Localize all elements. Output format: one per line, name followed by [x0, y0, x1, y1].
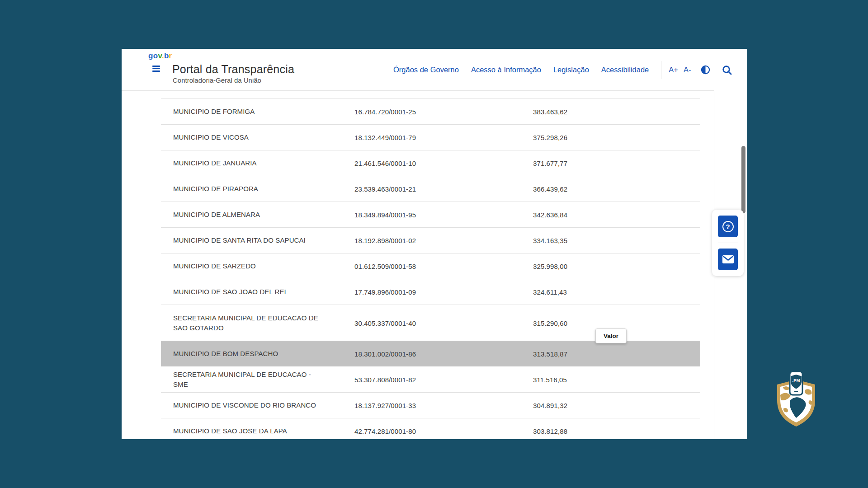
value-cell: 311.516,05 — [533, 375, 567, 383]
nav-divider — [661, 61, 661, 79]
page-title: Portal da Transparência — [172, 63, 294, 76]
table-row[interactable]: MUNICIPIO DE BOM DESPACHO18.301.002/0001… — [161, 341, 700, 366]
name-cell: SECRETARIA MUNICIPAL DE EDUCACAO DE SAO … — [173, 313, 322, 333]
table-row[interactable]: MUNICIPIO DE SAO JOSE DA LAPA42.774.281/… — [161, 418, 700, 439]
cnpj-cell: 21.461.546/0001-10 — [354, 160, 416, 167]
menu-icon[interactable] — [152, 66, 160, 72]
nav-link-1[interactable]: Órgãos de Governo — [393, 66, 459, 74]
table-row[interactable]: SECRETARIA MUNICIPAL DE EDUCACAO - SME53… — [161, 366, 700, 392]
value-cell: 383.463,62 — [533, 108, 567, 116]
value-cell: 315.290,60 — [533, 319, 567, 327]
contrast-icon[interactable] — [701, 65, 710, 75]
table-row[interactable]: MUNICIPIO DE SARZEDO01.612.509/0001-5832… — [161, 253, 700, 279]
table-row[interactable]: MUNICIPIO DE JANUARIA21.461.546/0001-103… — [161, 150, 700, 176]
govbr-logo-letter: b — [164, 52, 169, 60]
help-button[interactable]: ? — [718, 216, 738, 237]
nav-link-3[interactable]: Legislação — [553, 66, 589, 74]
name-cell: MUNICIPIO DE VISCONDE DO RIO BRANCO — [173, 400, 322, 410]
name-cell: MUNICIPIO DE SAO JOAO DEL REI — [173, 287, 322, 297]
govbr-logo[interactable]: gov.br — [148, 52, 172, 61]
value-cell: 334.163,35 — [533, 237, 567, 244]
page-header: gov.br Portal da Transparência Controlad… — [122, 49, 747, 91]
name-cell: MUNICIPIO DE VICOSA — [173, 132, 322, 142]
value-cell: 342.636,84 — [533, 211, 567, 219]
fab-divider — [718, 243, 738, 243]
cnpj-cell: 17.749.896/0001-09 — [354, 288, 416, 296]
table-row[interactable]: MUNICIPIO DE SAO JOAO DEL REI17.749.896/… — [161, 279, 700, 305]
table-row[interactable]: MUNICIPIO DE ALMENARA18.349.894/0001-953… — [161, 202, 700, 227]
floating-actions-panel: ? — [712, 210, 744, 276]
name-cell: MUNICIPIO DE SANTA RITA DO SAPUCAI — [173, 235, 322, 245]
question-mark-icon: ? — [722, 221, 734, 232]
name-cell: MUNICIPIO DE SAO JOSE DA LAPA — [173, 426, 322, 436]
govbr-logo-letter: g — [148, 52, 153, 60]
results-table: MUNICIPIO DE FORMIGA16.784.720/0001-2538… — [161, 99, 700, 439]
table-row[interactable]: MUNICIPIO DE SANTA RITA DO SAPUCAI18.192… — [161, 227, 700, 253]
table-row[interactable]: MUNICIPIO DE FORMIGA16.784.720/0001-2538… — [161, 99, 700, 124]
name-cell: MUNICIPIO DE SARZEDO — [173, 261, 322, 271]
name-cell: MUNICIPIO DE ALMENARA — [173, 210, 322, 220]
font-decrease-button[interactable]: A- — [684, 66, 691, 74]
name-cell: MUNICIPIO DE BOM DESPACHO — [173, 349, 322, 359]
govbr-logo-letter: o — [153, 52, 158, 60]
name-cell: MUNICIPIO DE FORMIGA — [173, 107, 322, 117]
govbr-logo-letter: v — [158, 52, 162, 60]
contact-button[interactable] — [718, 249, 738, 270]
page-subtitle: Controladoria-Geral da União — [173, 76, 261, 84]
cnpj-cell: 18.132.449/0001-79 — [354, 134, 416, 141]
valor-column-tooltip: Valor — [595, 328, 627, 343]
pm-shield-watermark: .PM — [775, 371, 817, 429]
cnpj-cell: 53.307.808/0001-82 — [354, 375, 416, 383]
value-cell: 304.891,32 — [533, 402, 567, 409]
portal-transparencia-page: gov.br Portal da Transparência Controlad… — [122, 49, 747, 439]
value-cell: 371.677,77 — [533, 160, 567, 167]
svg-text:.PM: .PM — [793, 378, 800, 383]
name-cell: MUNICIPIO DE JANUARIA — [173, 158, 322, 168]
cnpj-cell: 18.137.927/0001-33 — [354, 402, 416, 409]
nav-link-2[interactable]: Acesso à Informação — [471, 66, 541, 74]
cnpj-cell: 23.539.463/0001-21 — [354, 185, 416, 193]
scrollbar-thumb[interactable] — [741, 146, 745, 213]
cnpj-cell: 18.192.898/0001-02 — [354, 237, 416, 244]
font-increase-button[interactable]: A+ — [669, 66, 678, 74]
name-cell: SECRETARIA MUNICIPAL DE EDUCACAO - SME — [173, 370, 322, 389]
name-cell: MUNICIPIO DE PIRAPORA — [173, 184, 322, 194]
envelope-icon — [722, 255, 734, 264]
value-cell: 303.812,88 — [533, 427, 567, 435]
value-cell: 366.439,62 — [533, 185, 567, 193]
top-nav: Órgãos de GovernoAcesso à InformaçãoLegi… — [393, 49, 732, 91]
value-cell: 313.518,87 — [533, 350, 567, 357]
value-cell: 324.611,43 — [533, 288, 567, 296]
govbr-logo-letter: r — [169, 52, 172, 60]
value-cell: 325.998,00 — [533, 263, 567, 270]
cnpj-cell: 16.784.720/0001-25 — [354, 108, 416, 116]
table-row[interactable]: MUNICIPIO DE PIRAPORA23.539.463/0001-213… — [161, 176, 700, 202]
cnpj-cell: 18.301.002/0001-86 — [354, 350, 416, 357]
value-cell: 375.298,26 — [533, 134, 567, 141]
search-icon[interactable] — [722, 65, 732, 75]
nav-link-4[interactable]: Acessibilidade — [601, 66, 649, 74]
cnpj-cell: 42.774.281/0001-80 — [354, 427, 416, 435]
cnpj-cell: 30.405.337/0001-40 — [354, 319, 416, 327]
cnpj-cell: 18.349.894/0001-95 — [354, 211, 416, 219]
table-row[interactable]: MUNICIPIO DE VISCONDE DO RIO BRANCO18.13… — [161, 392, 700, 418]
table-row[interactable]: MUNICIPIO DE VICOSA18.132.449/0001-79375… — [161, 124, 700, 150]
cnpj-cell: 01.612.509/0001-58 — [354, 263, 416, 270]
header-divider — [122, 90, 714, 91]
